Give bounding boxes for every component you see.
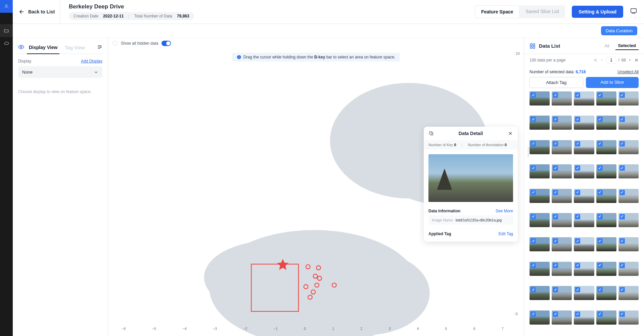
thumbnail-checkbox[interactable] [597, 214, 603, 219]
show-hidden-toggle[interactable] [162, 41, 171, 46]
see-more-link[interactable]: See More [496, 209, 513, 213]
thumbnail-checkbox[interactable] [597, 141, 603, 146]
thumbnail[interactable] [552, 140, 572, 154]
back-to-list-button[interactable]: Back to List [13, 0, 60, 24]
thumbnail-checkbox[interactable] [575, 190, 580, 195]
thumbnail[interactable] [618, 116, 639, 130]
thumbnail-checkbox[interactable] [531, 238, 536, 244]
thumbnail-checkbox[interactable] [597, 165, 603, 171]
thumbnail-checkbox[interactable] [597, 287, 603, 292]
thumbnail-checkbox[interactable] [531, 287, 536, 292]
thumbnail[interactable] [530, 116, 550, 130]
feature-space-canvas[interactable]: Show all hidden data i Drag the cursor w… [108, 38, 524, 336]
display-view-tab[interactable]: Display View [27, 41, 59, 54]
tab-all[interactable]: All [602, 42, 612, 50]
add-to-slice-button[interactable]: Add to Slice [586, 77, 639, 88]
thumbnail-checkbox[interactable] [553, 287, 558, 292]
thumbnail-checkbox[interactable] [575, 287, 580, 292]
thumbnail-checkbox[interactable] [575, 311, 580, 317]
popout-icon[interactable] [428, 131, 434, 136]
thumbnail-checkbox[interactable] [619, 214, 625, 219]
thumbnail[interactable] [596, 213, 616, 227]
thumbnail-checkbox[interactable] [575, 165, 580, 171]
thumbnail[interactable] [574, 237, 594, 251]
thumbnail[interactable] [574, 189, 594, 203]
thumbnail-checkbox[interactable] [553, 117, 558, 122]
thumbnail[interactable] [618, 286, 639, 300]
add-display-link[interactable]: Add Display [81, 59, 102, 64]
detail-image[interactable] [428, 154, 513, 202]
data-curation-button[interactable]: Data Curation [601, 26, 637, 35]
thumbnail[interactable] [530, 262, 550, 276]
thumbnail-checkbox[interactable] [553, 190, 558, 195]
thumbnail-checkbox[interactable] [553, 311, 558, 317]
thumbnail[interactable] [596, 237, 616, 251]
tab-saved-slice-list[interactable]: Saved Slice List [520, 5, 565, 18]
thumbnail[interactable] [574, 91, 594, 106]
thumbnail[interactable] [530, 91, 550, 106]
thumbnail[interactable] [530, 310, 550, 325]
thumbnail[interactable] [530, 164, 550, 178]
thumbnail-checkbox[interactable] [597, 117, 603, 122]
edit-tag-link[interactable]: Edit Tag [499, 232, 513, 236]
thumbnail[interactable] [574, 164, 594, 178]
thumbnail[interactable] [530, 189, 550, 203]
nav-user-icon[interactable] [0, 0, 13, 13]
thumbnail[interactable] [552, 286, 572, 300]
thumbnail-checkbox[interactable] [553, 141, 558, 146]
thumbnail-checkbox[interactable] [575, 263, 580, 268]
thumbnail-checkbox[interactable] [597, 238, 603, 244]
show-hidden-radio[interactable] [113, 41, 118, 46]
thumbnail-checkbox[interactable] [575, 214, 580, 219]
thumbnail-checkbox[interactable] [619, 92, 625, 98]
thumbnail[interactable] [618, 140, 639, 154]
thumbnail[interactable] [552, 237, 572, 251]
thumbnail[interactable] [574, 286, 594, 300]
thumbnail[interactable] [618, 237, 639, 251]
thumbnail[interactable] [574, 310, 594, 325]
thumbnail-checkbox[interactable] [531, 263, 536, 268]
tab-feature-space[interactable]: Feature Space [475, 5, 520, 18]
thumbnail[interactable] [574, 213, 594, 227]
thumbnail-checkbox[interactable] [597, 92, 603, 98]
chat-icon[interactable] [630, 7, 637, 16]
thumbnail-checkbox[interactable] [531, 92, 536, 98]
thumbnail[interactable] [552, 310, 572, 325]
thumbnail-checkbox[interactable] [619, 263, 625, 268]
resize-handle[interactable] [528, 147, 528, 157]
thumbnail[interactable] [552, 213, 572, 227]
thumbnail-checkbox[interactable] [531, 165, 536, 171]
thumbnail[interactable] [530, 286, 550, 300]
thumbnail-checkbox[interactable] [531, 141, 536, 146]
thumbnail-checkbox[interactable] [619, 287, 625, 292]
thumbnail-checkbox[interactable] [575, 117, 580, 122]
collapse-sidebar-icon[interactable] [97, 44, 102, 51]
thumbnail[interactable] [530, 213, 550, 227]
nav-cloud-icon[interactable] [0, 37, 13, 50]
nav-folder-icon[interactable] [0, 24, 13, 37]
thumbnail-checkbox[interactable] [619, 238, 625, 244]
thumbnail-checkbox[interactable] [597, 190, 603, 195]
page-next-icon[interactable] [628, 58, 632, 62]
thumbnail-checkbox[interactable] [575, 141, 580, 146]
thumbnail[interactable] [574, 140, 594, 154]
thumbnail[interactable] [596, 140, 616, 154]
page-first-icon[interactable] [593, 58, 598, 62]
thumbnail-checkbox[interactable] [619, 165, 625, 171]
thumbnail-checkbox[interactable] [619, 117, 625, 122]
thumbnail-checkbox[interactable] [531, 311, 536, 317]
thumbnail[interactable] [596, 116, 616, 130]
thumbnail[interactable] [552, 262, 572, 276]
thumbnail-checkbox[interactable] [597, 311, 603, 317]
thumbnail[interactable] [552, 189, 572, 203]
attach-tag-button[interactable]: Attach Tag [530, 77, 583, 88]
thumbnail[interactable] [596, 91, 616, 106]
thumbnail-checkbox[interactable] [597, 263, 603, 268]
tag-view-tab[interactable]: Tag View [63, 42, 87, 54]
thumbnail[interactable] [596, 189, 616, 203]
tab-selected[interactable]: Selected [615, 42, 639, 50]
thumbnail-checkbox[interactable] [531, 214, 536, 219]
thumbnail-checkbox[interactable] [553, 263, 558, 268]
thumbnail[interactable] [552, 91, 572, 106]
close-icon[interactable] [508, 131, 513, 136]
